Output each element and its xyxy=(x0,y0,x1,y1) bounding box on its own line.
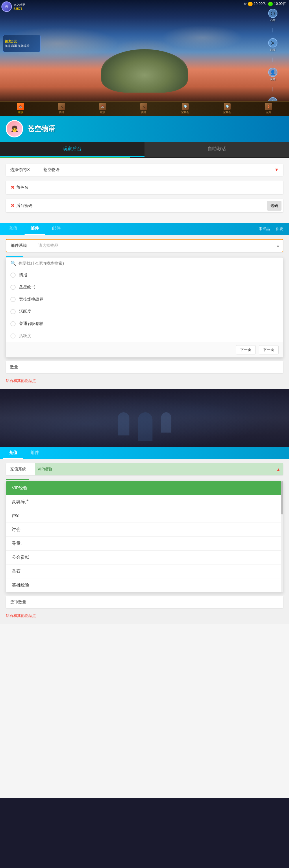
sub-tab-mail2[interactable]: 邮件 xyxy=(46,223,67,235)
open-dropdown-list: VIP经验 灵魂碎片 声¥ 讨会 寻量. 公会贡献 圣石 英雄经验 xyxy=(6,481,283,593)
currency-2: 10.00亿 xyxy=(268,1,286,6)
radio-activity xyxy=(10,309,15,314)
item-placeholder: 请选择物品 xyxy=(38,243,59,248)
dropdown-guild[interactable]: 讨会 xyxy=(6,523,283,537)
backend-password-input[interactable] xyxy=(41,200,266,212)
node-battle-label: 战技 xyxy=(270,48,276,52)
node-stone-icon: ⬡ xyxy=(268,9,278,18)
search-box: 🔍 xyxy=(6,257,283,269)
recharge-promo[interactable]: 首充6元 优得 SSR 英雄碎片 xyxy=(3,35,40,52)
quantity-input-2[interactable] xyxy=(35,596,283,608)
item-activity2[interactable]: 活跃度 xyxy=(6,330,283,342)
hint-youyao: 你要 xyxy=(276,226,283,231)
game-banner: 光 光之精灵 53571 世 10.00亿 10.00亿 ⬡ 石阵 ⚔ 战技 xyxy=(0,0,289,116)
dropdown-seek[interactable]: 寻量. xyxy=(6,537,283,551)
promo-price: 首充6元 xyxy=(5,39,30,44)
nav-hero-bottom-icon: ⚔ xyxy=(58,103,65,110)
item-summon-scroll[interactable]: 普通召唤卷轴 xyxy=(6,318,283,330)
nav-treasure1-label: 宝具会 xyxy=(181,111,189,114)
item-holy-book[interactable]: 圣星纹书 xyxy=(6,281,283,293)
quantity-label: 数量 xyxy=(6,361,35,373)
character-name-row: ✖ 角色名 xyxy=(6,181,283,194)
nav-city2[interactable]: 🏰 城镇 xyxy=(99,103,106,114)
sub-tab2-recharge[interactable]: 充值 xyxy=(3,447,23,459)
dropdown-voice[interactable]: 声¥ xyxy=(6,509,283,523)
region-dropdown-icon[interactable]: ▼ xyxy=(270,164,283,176)
tab-player-backend[interactable]: 玩家后台 xyxy=(0,142,145,157)
gem-icon xyxy=(268,2,273,6)
search-icon: 🔍 xyxy=(10,260,16,266)
banner-islands xyxy=(101,49,188,93)
character-name-input[interactable] xyxy=(41,182,283,193)
player-avatar[interactable]: 光 xyxy=(1,1,12,12)
nav-hero-bottom-label: 英雄 xyxy=(59,111,64,114)
character-name-label: ✖ 角色名 xyxy=(6,181,41,193)
nav-line-1 xyxy=(273,28,273,32)
main-tab-bar: 玩家后台 自助激活 xyxy=(0,142,289,157)
quantity-input[interactable] xyxy=(35,361,283,373)
nav-treasure2[interactable]: 💎 宝具会 xyxy=(223,103,231,114)
tab-self-activate[interactable]: 自助激活 xyxy=(145,142,289,157)
second-admin-section: 充值 邮件 充值系统 VIP经验 ▲ VIP经验 灵魂碎片 声¥ xyxy=(0,447,289,624)
nav-artifact[interactable]: 🏺 宝具 xyxy=(265,103,272,114)
nav-treasure2-icon: 💎 xyxy=(224,103,230,110)
recharge-dropdown-section: 充值系统 VIP经验 ▲ VIP经验 灵魂碎片 声¥ 讨会 寻量. xyxy=(0,459,289,624)
nav-artifact-label: 宝具 xyxy=(266,111,271,114)
bottom-spacer xyxy=(0,624,289,798)
dropdown-soul-fragment[interactable]: 灵魂碎片 xyxy=(6,495,283,509)
nav-city-label: 城镇 xyxy=(18,111,23,114)
nav-combat[interactable]: ⚔ 英雄 xyxy=(140,103,147,114)
nav-node-stone[interactable]: ⬡ 石阵 xyxy=(268,9,278,22)
select-code-button[interactable]: 选码 xyxy=(267,201,282,211)
sub-tab2-mail[interactable]: 邮件 xyxy=(25,447,45,459)
scrollbar-track xyxy=(281,481,283,592)
sub-tab-mail[interactable]: 邮件 xyxy=(25,223,45,235)
region-select-row[interactable]: 选择你的区 苍空物语 ▼ xyxy=(6,164,283,176)
node-battle-icon: ⚔ xyxy=(268,38,278,48)
nav-node-battle[interactable]: ⚔ 战技 xyxy=(268,38,278,52)
hint-lapin: 来找品 xyxy=(259,226,270,231)
quantity-row: 数量 xyxy=(6,361,283,373)
warning-icon-password: ✖ xyxy=(11,203,14,208)
sub-tab-recharge[interactable]: 充值 xyxy=(3,223,23,235)
promo-description: 优得 SSR 英雄碎片 xyxy=(5,44,30,48)
nav-city2-icon: 🏰 xyxy=(99,103,106,110)
dropdown-vip-exp[interactable]: VIP经验 xyxy=(6,481,283,495)
nav-treasure1-icon: 💎 xyxy=(182,103,189,110)
nav-city[interactable]: 🏰 城镇 xyxy=(17,103,24,114)
item-intelligence[interactable]: 情报 xyxy=(6,269,283,281)
dropdown-hero-exp[interactable]: 英雄经验 xyxy=(6,578,283,592)
radio-arena-ticket xyxy=(10,297,15,302)
item-select-box[interactable]: 请选择物品 ▲ xyxy=(35,240,283,252)
dropdown-holy-stone[interactable]: 圣石 xyxy=(6,564,283,578)
nav-hero-bottom[interactable]: ⚔ 英雄 xyxy=(58,103,65,114)
next-page-btn[interactable]: 下一页 xyxy=(259,345,279,354)
mail-system-row: 邮件系统 请选择物品 ▲ xyxy=(6,239,283,252)
recharge-system-row: 充值系统 VIP经验 ▲ xyxy=(6,463,283,475)
nav-treasure1[interactable]: 💎 宝具会 xyxy=(181,103,189,114)
item-activity[interactable]: 活跃度 xyxy=(6,306,283,318)
backend-password-row: ✖ 后台密码 选码 xyxy=(6,199,283,212)
dropdown-guild-contribution[interactable]: 公会贡献 xyxy=(6,551,283,564)
recharge-select-box[interactable]: VIP经验 ▲ xyxy=(35,463,283,475)
node-hero-icon: 👤 xyxy=(268,68,278,77)
item-arrow-icon: ▲ xyxy=(276,244,280,248)
gold-icon xyxy=(248,2,253,6)
backend-password-label: ✖ 后台密码 xyxy=(6,199,41,212)
item-arena-ticket[interactable]: 竞技场挑战券 xyxy=(6,293,283,306)
admin-header: 👧 苍空物语 xyxy=(0,116,289,142)
nav-combat-label: 英雄 xyxy=(141,111,146,114)
currency-bar: 世 10.00亿 10.00亿 xyxy=(244,1,286,6)
hint-text-2: 钻石和其他物品点 xyxy=(6,612,283,620)
form-section: 选择你的区 苍空物语 ▼ ✖ 角色名 ✖ 后台密码 选码 xyxy=(0,158,289,223)
nav-node-hero[interactable]: 👤 英雄 xyxy=(268,68,278,81)
scrollbar-thumb[interactable] xyxy=(281,481,283,515)
pagination: 下一页 下一页 xyxy=(6,342,283,357)
admin-title: 苍空物语 xyxy=(28,124,55,133)
search-input[interactable] xyxy=(19,261,279,266)
mail-system-label: 邮件系统 xyxy=(6,240,35,252)
radio-summon-scroll xyxy=(10,321,15,327)
prev-page-btn[interactable]: 下一页 xyxy=(236,345,256,354)
currency-1: 世 10.00亿 xyxy=(244,1,266,6)
player-id: 53571 xyxy=(13,7,25,10)
